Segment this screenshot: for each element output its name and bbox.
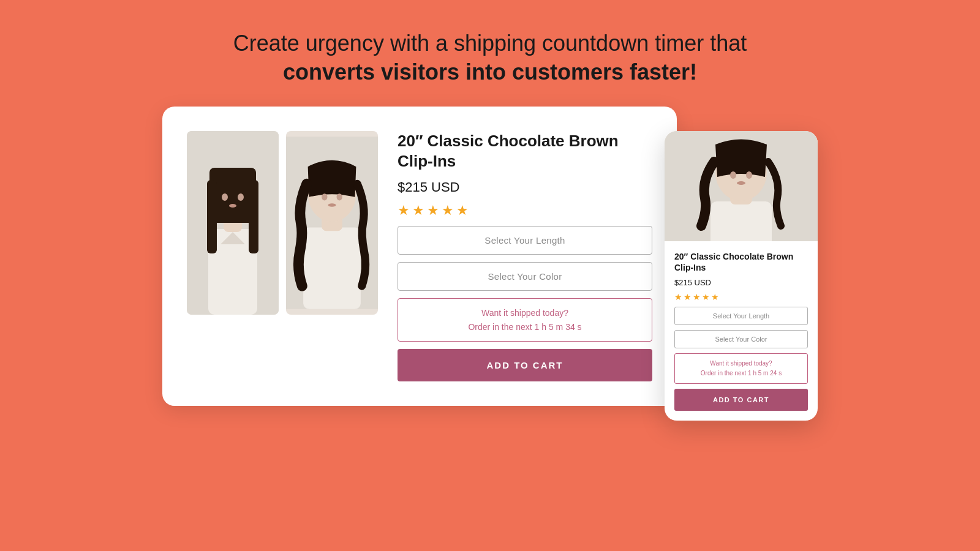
headline-section: Create urgency with a shipping countdown… [233,29,747,87]
mobile-card-body: 20″ Classic Chocolate Brown Clip-Ins $21… [665,241,818,421]
desktop-select-color-button[interactable]: Select Your Color [398,262,652,291]
desktop-stars: ★ ★ ★ ★ ★ [398,203,652,219]
headline-line1: Create urgency with a shipping countdown… [233,29,747,58]
svg-point-15 [322,193,327,200]
mobile-countdown-line1: Want it shipped today? [682,359,800,369]
svg-point-8 [222,193,228,201]
desktop-product-title: 20″ Classic Chocolate Brown Clip-Ins [398,131,652,173]
svg-point-10 [229,204,236,208]
svg-point-22 [730,171,736,179]
product-image-1 [187,131,279,315]
mobile-product-title: 20″ Classic Chocolate Brown Clip-Ins [674,251,808,273]
mobile-product-price: $215 USD [674,278,808,287]
product-image-2 [286,131,378,315]
mobile-select-length-button[interactable]: Select Your Length [674,307,808,325]
mobile-product-card: 20″ Classic Chocolate Brown Clip-Ins $21… [665,131,818,421]
mobile-countdown-line2: Order in the next 1 h 5 m 24 s [682,369,800,378]
mobile-select-color-button[interactable]: Select Your Color [674,330,808,348]
svg-point-16 [337,193,342,200]
desktop-countdown-box: Want it shipped today? Order in the next… [398,298,652,342]
svg-rect-6 [207,180,217,253]
headline-line2: converts visitors into customers faster! [233,58,747,87]
desktop-add-to-cart-button[interactable]: ADD TO CART [398,349,652,381]
desktop-select-length-button[interactable]: Select Your Length [398,226,652,255]
cards-wrapper: 20″ Classic Chocolate Brown Clip-Ins $21… [162,107,818,421]
product-images [187,131,378,381]
svg-point-24 [737,181,745,185]
mobile-product-image [665,131,818,241]
desktop-countdown-line2: Order in the next 1 h 5 m 34 s [410,320,639,334]
desktop-product-price: $215 USD [398,179,652,195]
mobile-stars: ★ ★ ★ ★ ★ [674,292,808,302]
svg-rect-19 [710,201,772,241]
svg-point-17 [328,203,336,207]
mobile-countdown-box: Want it shipped today? Order in the next… [674,353,808,384]
desktop-product-card: 20″ Classic Chocolate Brown Clip-Ins $21… [162,107,677,406]
mobile-add-to-cart-button[interactable]: ADD TO CART [674,389,808,411]
svg-point-9 [238,193,244,201]
svg-point-23 [746,171,752,179]
svg-rect-7 [249,180,258,253]
desktop-countdown-line1: Want it shipped today? [410,306,639,320]
desktop-product-details: 20″ Classic Chocolate Brown Clip-Ins $21… [398,131,652,381]
svg-rect-12 [303,227,361,309]
